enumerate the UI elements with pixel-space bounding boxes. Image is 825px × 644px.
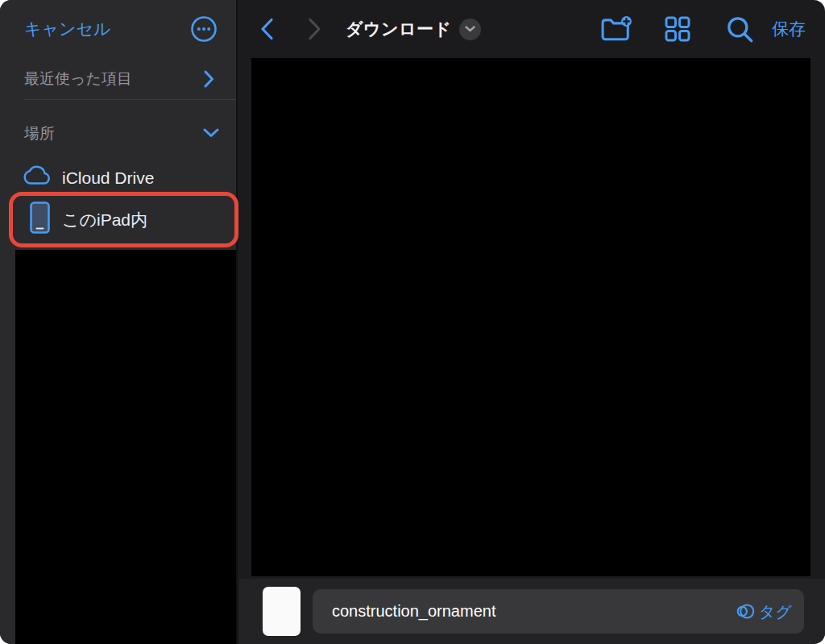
locations-label: 場所 [24, 125, 55, 142]
back-button[interactable] [260, 18, 274, 40]
filename-field[interactable]: タグ [313, 589, 804, 634]
locations-section-header[interactable]: 場所 [24, 124, 55, 143]
save-footer-bar: タグ [239, 579, 825, 644]
new-folder-button[interactable] [601, 15, 632, 43]
forward-button[interactable] [308, 18, 321, 40]
more-options-button[interactable] [190, 15, 218, 43]
folder-plus-icon [601, 15, 632, 43]
sidebar-item-icloud-drive[interactable]: iCloud Drive [62, 168, 154, 188]
sidebar: キャンセル 最近使った項目 場所 [0, 0, 238, 644]
search-icon [726, 15, 754, 44]
sidebar-divider [24, 99, 236, 100]
navigation-bar: ダウンロード [239, 0, 825, 58]
ellipsis-circle-icon [190, 15, 218, 43]
filename-input[interactable] [332, 602, 736, 621]
chevron-down-icon[interactable] [203, 128, 219, 138]
redacted-sidebar-area [15, 250, 236, 644]
search-button[interactable] [726, 15, 754, 44]
icloud-cloud-icon [22, 164, 52, 185]
chevron-down-icon [465, 26, 475, 32]
tags-label: タグ [759, 602, 792, 621]
redacted-file-browser-area [251, 58, 810, 576]
chevron-left-icon [260, 18, 274, 40]
save-button[interactable]: 保存 [772, 19, 806, 39]
sidebar-item-on-my-ipad[interactable]: このiPad内 [62, 210, 147, 230]
current-folder-title: ダウンロード [346, 18, 451, 40]
grid-view-icon [665, 16, 690, 42]
ipad-icon [30, 202, 50, 234]
file-thumbnail [263, 587, 301, 636]
main-panel: ダウンロード [239, 0, 825, 644]
files-save-dialog: キャンセル 最近使った項目 場所 [0, 0, 825, 644]
chevron-right-icon [308, 18, 321, 40]
folder-dropdown-button[interactable] [459, 19, 481, 40]
chevron-right-icon [204, 70, 214, 88]
sidebar-item-recents[interactable]: 最近使った項目 [24, 69, 218, 89]
cancel-button[interactable]: キャンセル [24, 19, 110, 39]
tags-button[interactable]: タグ [736, 602, 792, 621]
recents-label: 最近使った項目 [24, 70, 132, 87]
view-options-button[interactable] [665, 16, 690, 42]
tag-circles-icon [736, 602, 755, 621]
